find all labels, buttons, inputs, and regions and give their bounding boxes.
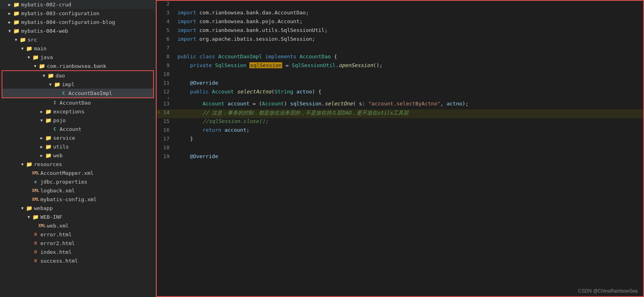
code-line-6: 6 import org.apache.ibatis.session.SqlSe… (157, 36, 643, 45)
folder-icon: 📁 (32, 214, 39, 220)
tree-item-web-xml[interactable]: XML web.xml (0, 221, 156, 230)
tree-label: logback.xml (40, 188, 156, 194)
tree-item-webapp[interactable]: ▼ 📁 webapp (0, 204, 156, 212)
tree-item-logback[interactable]: XML logback.xml (0, 186, 156, 195)
line-content: private SqlSession sqlSession = SqlSessi… (176, 62, 643, 71)
code-line-9: 9 private SqlSession sqlSession = SqlSes… (157, 62, 643, 71)
tree-item-impl[interactable]: ▼ 📁 impl (2, 80, 153, 89)
folder-icon: 📁 (26, 205, 33, 211)
tree-item-account-dao[interactable]: I AccountDao (0, 98, 156, 107)
tree-item-account-mapper[interactable]: XML AccountMapper.xml (0, 168, 156, 177)
tree-item-mybatis-004-blog[interactable]: ▶ 📁 mybatis-004-configuration-blog (0, 18, 156, 26)
tree-label: Account (60, 126, 156, 132)
editor-content[interactable]: 2 3 import com.rianbowsea.bank.dao.Accou… (157, 1, 643, 296)
line-number: 12 ↑ (157, 89, 176, 101)
code-line-19: 19 @Override (157, 153, 643, 162)
line-content: import com.rianbowsea.bank.pojo.Account; (176, 18, 643, 27)
xml-icon: XML (38, 224, 46, 228)
tree-item-account-class[interactable]: C Account (0, 125, 156, 133)
tree-label: src (28, 37, 156, 43)
code-line-11: 11 @Override (157, 80, 643, 89)
properties-icon: ⚙ (32, 180, 39, 184)
xml-icon: XML (32, 188, 39, 193)
folder-icon: 📁 (26, 46, 33, 51)
folder-icon: 📁 (13, 10, 20, 16)
tree-item-pojo[interactable]: ▼ 📁 pojo (0, 116, 156, 125)
xml-icon: XML (32, 197, 39, 202)
line-number: ⚠14 (157, 109, 176, 118)
tree-label: utils (53, 144, 156, 150)
line-number: 17 (157, 136, 176, 145)
code-editor[interactable]: 2 3 import com.rianbowsea.bank.dao.Accou… (156, 0, 644, 297)
tree-arrow: ▶ (38, 145, 45, 149)
tree-item-exceptions[interactable]: ▶ 📁 exceptions (0, 107, 156, 116)
tree-item-package[interactable]: ▼ 📁 com.rianbowsea.bank (0, 61, 156, 70)
tree-item-mybatis-002-crud[interactable]: ▶ 📁 mybatis-002-crud (0, 0, 156, 9)
tree-item-index-html[interactable]: H index.html (0, 248, 156, 256)
tree-item-dao[interactable]: ▼ 📁 dao (2, 71, 153, 80)
tree-label: com.rianbowsea.bank (47, 63, 156, 69)
tree-item-account-dao-impl[interactable]: C AccountDaoImpl (2, 89, 153, 97)
tree-arrow: ▼ (41, 73, 47, 78)
folder-icon: 📁 (45, 144, 52, 150)
line-number: 4 (157, 18, 176, 27)
tree-label: impl (62, 81, 153, 87)
folder-icon: 📁 (45, 135, 52, 141)
tree-item-error2-html[interactable]: H error2.html (0, 239, 156, 248)
tree-item-java[interactable]: ▼ 📁 java (0, 53, 156, 61)
tree-item-error-html[interactable]: H error.html (0, 230, 156, 239)
code-line-15: 15 //sqlSession.close(); (157, 118, 643, 127)
tree-label: webapp (34, 205, 156, 211)
line-content (176, 1, 643, 10)
watermark: CSDN @ChinaRainbowSea (578, 288, 638, 294)
folder-icon: 📁 (45, 117, 52, 123)
tree-label: java (40, 54, 156, 60)
tree-arrow: ▼ (6, 29, 13, 33)
tree-label: AccountDaoImpl (68, 90, 153, 96)
tree-item-web[interactable]: ▶ 📁 web (0, 151, 156, 160)
tree-arrow: ▶ (38, 153, 45, 158)
line-number: 18 (157, 145, 176, 153)
tree-label: mybatis-002-crud (21, 2, 156, 8)
code-table: 2 3 import com.rianbowsea.bank.dao.Accou… (157, 1, 643, 162)
tree-label: pojo (53, 117, 156, 123)
line-number: 7 (157, 45, 176, 53)
tree-label: mybatis-004-configuration-blog (21, 19, 156, 25)
code-line-8: 8 public class AccountDaoImpl implements… (157, 53, 643, 62)
tree-item-mybatis-003[interactable]: ▶ 📁 mybatis-003-configuration (0, 9, 156, 18)
html-icon: H (32, 259, 39, 263)
tree-arrow: ▼ (13, 38, 19, 42)
tree-label: service (53, 135, 156, 141)
tree-item-main[interactable]: ▼ 📁 main (0, 44, 156, 53)
tree-item-success-html[interactable]: H success.html (0, 256, 156, 265)
tree-arrow: ▼ (19, 46, 26, 51)
tree-arrow: ▶ (38, 136, 45, 140)
folder-icon: 📁 (45, 109, 52, 115)
line-content: @Override (176, 80, 643, 89)
tree-label: jdbc.properties (40, 179, 156, 185)
tree-label: index.html (40, 249, 156, 255)
tree-item-webinf[interactable]: ▼ 📁 WEB-INF (0, 212, 156, 221)
tree-item-utils[interactable]: ▶ 📁 utils (0, 142, 156, 151)
line-content: import org.apache.ibatis.session.SqlSess… (176, 36, 643, 45)
tree-arrow: ▼ (47, 82, 54, 87)
line-number: 3 (157, 10, 176, 18)
tree-item-resources[interactable]: ▼ 📁 resources (0, 160, 156, 168)
line-content (176, 45, 643, 53)
file-tree[interactable]: ▶ 📁 mybatis-002-crud ▶ 📁 mybatis-003-con… (0, 0, 156, 297)
java-class-icon: C (60, 91, 67, 96)
tree-selection-box: ▼ 📁 dao ▼ 📁 impl C AccountDaoImpl (2, 70, 154, 98)
tree-arrow: ▼ (19, 206, 26, 210)
line-number: 9 (157, 62, 176, 71)
folder-icon: 📁 (13, 19, 20, 25)
line-number: 19 (157, 153, 176, 162)
folder-icon: 📁 (13, 2, 20, 8)
tree-item-mybatis-config[interactable]: XML mybatis-config.xml (0, 195, 156, 204)
line-number: 6 (157, 36, 176, 45)
tree-item-service[interactable]: ▶ 📁 service (0, 133, 156, 142)
tree-arrow: ▼ (19, 162, 26, 166)
tree-arrow: ▼ (38, 118, 45, 123)
tree-item-jdbc-properties[interactable]: ⚙ jdbc.properties (0, 177, 156, 186)
tree-item-mybatis-004-web[interactable]: ▼ 📁 mybatis-004-web (0, 26, 156, 35)
tree-item-src[interactable]: ▼ 📁 src (0, 35, 156, 44)
